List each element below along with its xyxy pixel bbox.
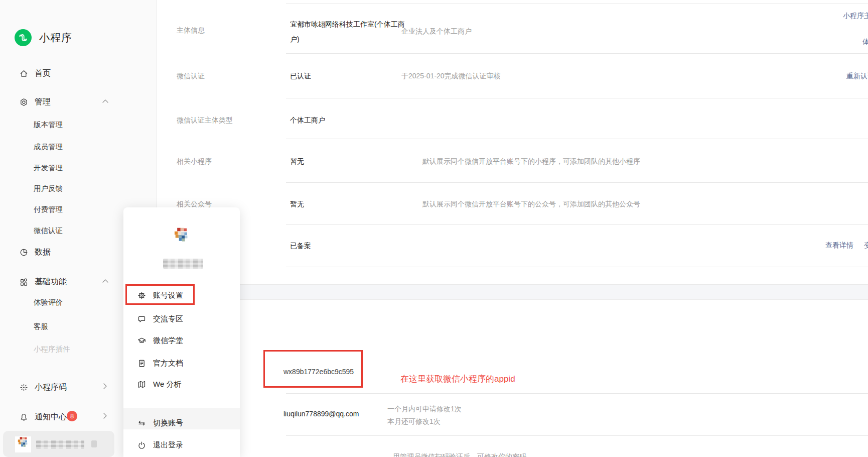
row-divider [286,224,868,225]
value-none-oa: 暂无 [290,200,304,209]
row-divider [286,98,868,98]
appid-highlight-box [263,350,363,388]
menu-item-label: 微信学堂 [153,336,183,346]
brand-title: 小程序 [39,31,72,45]
sidebar-item-experience-rating[interactable]: 体验评价 [34,298,63,307]
appid-annotation: 在这里获取微信小程序的appid [400,373,515,385]
switch-arrows-icon [137,419,146,427]
menu-item-label: 官方文档 [153,359,183,368]
sidebar-item-plugin[interactable]: 小程序插件 [34,345,70,354]
menu-item-forum[interactable]: 交流专区 [137,314,183,324]
value-none-mp: 暂无 [290,157,304,166]
menu-item-academy[interactable]: 微信学堂 [137,335,183,346]
graduation-cap-icon [137,336,146,345]
row-divider [286,139,868,139]
email-modify-note-2: 本月还可修改1次 [387,417,441,426]
account-avatar [171,227,193,249]
grid-icon [20,278,28,286]
sidebar-item-customer-service[interactable]: 客服 [34,322,48,331]
email-modify-note-1: 一个月内可申请修改1次 [387,405,462,414]
sidebar-item-label: 数据 [35,247,51,258]
desc-verify-date: 于2025-01-20完成微信认证审核 [401,72,501,81]
sidebar-item-label: 基础功能 [35,277,67,287]
sidebar-item-dev-manage[interactable]: 开发管理 [34,163,63,172]
menu-item-label: 切换账号 [153,418,183,428]
sidebar-item-label: 小程序码 [35,382,67,393]
avatar [15,436,31,452]
menu-item-label: 退出登录 [153,440,183,450]
blurred-account-name [163,259,203,269]
wechat-miniprogram-console: { "brand": { "title": "小程序" }, "sidebar"… [0,0,868,457]
password-note: 用管理员微信扫码验证后，可修改你的密码 [393,452,526,457]
sidebar-item-basic-functions[interactable]: 基础功能 [20,276,67,287]
miniprogram-code-icon [20,383,28,392]
section-gap [157,284,868,300]
brand: 小程序 [15,29,72,46]
sidebar-item-member-manage[interactable]: 成员管理 [34,142,63,151]
chevron-up-icon [102,279,109,283]
value-subject-name: 宜都市咏翃网络科技工作室(个体工商户) [290,17,411,47]
account-popup-menu: 账号设置 交流专区 微信学堂 官方文档 We 分析 切换账号 退出登录 [123,207,240,457]
chevron-up-icon [102,99,109,103]
menu-item-logout[interactable]: 退出登录 [137,440,183,450]
chevron-right-icon [103,412,107,419]
row-divider [286,53,868,54]
blurred-username [36,440,84,449]
home-icon [20,69,28,78]
sidebar-item-label: 管理 [35,97,51,107]
blurred-badge [91,440,97,447]
sidebar-item-manage[interactable]: 管理 [20,96,51,107]
account-settings-highlight-box [125,284,195,305]
view-detail-link[interactable]: 查看详情 [825,241,853,250]
subject-change-link[interactable]: 小程序主 [843,12,868,21]
label-subject-info: 主体信息 [177,26,205,35]
row-divider [286,393,868,394]
row-divider [286,267,868,267]
row-divider [286,4,868,4]
desc-related-miniprograms: 默认展示同个微信开放平台账号下的小程序，可添加团队的其他小程序 [422,157,640,166]
menu-item-label: 交流专区 [153,314,183,324]
sidebar-item-pay-manage[interactable]: 付费管理 [34,205,63,214]
sidebar-item-label: 首页 [35,68,51,79]
value-individual-business: 个体工商户 [290,116,325,125]
label-verify-subject-type: 微信认证主体类型 [177,116,233,125]
folded-map-icon [137,380,146,389]
value-icp-filed: 已备案 [290,242,311,251]
desc-subject-type: 企业法人及个体工商户 [401,27,472,36]
chat-bubble-icon [137,315,146,323]
row-divider [286,435,868,436]
pie-chart-icon [20,248,28,257]
sidebar-item-user-feedback[interactable]: 用户反馈 [34,184,63,193]
desc-related-officialaccounts: 默认展示同个微信开放平台账号下的公众号，可添加团队的其他公众号 [422,200,640,209]
manage-icon [20,98,28,106]
label-related-miniprograms: 相关小程序 [177,157,212,166]
notification-badge: 8 [67,411,77,421]
document-icon [137,359,146,368]
sidebar-item-data[interactable]: 数据 [20,247,51,258]
label-wechat-verify: 微信认证 [177,72,205,81]
miniprogram-logo-icon [15,29,32,46]
sidebar-user-account[interactable] [3,431,114,457]
menu-item-official-docs[interactable]: 官方文档 [137,358,183,368]
menu-item-label: We 分析 [153,380,181,389]
menu-divider [123,401,240,401]
login-email-value: liuqilun778899@qq.com [283,410,359,418]
sidebar-item-notification-center[interactable]: 通知中心 [20,411,67,422]
reverify-link[interactable]: 重新认证 [846,72,868,81]
sidebar-item-minicode[interactable]: 小程序码 [20,382,67,393]
sidebar-item-home[interactable]: 首页 [20,68,51,79]
change-link[interactable]: 变更 [864,241,868,250]
menu-item-we-analysis[interactable]: We 分析 [137,379,181,389]
sidebar-item-version-manage[interactable]: 版本管理 [34,120,63,129]
bell-icon [20,413,28,421]
value-verified: 已认证 [290,72,311,81]
row-divider [286,182,868,183]
menu-item-switch-account[interactable]: 切换账号 [137,418,183,428]
subject-change-link-line2[interactable]: 体 [862,38,868,47]
power-icon [137,441,146,449]
chevron-right-icon [103,383,107,390]
sidebar-item-label: 通知中心 [35,412,67,422]
sidebar-item-wechat-verify[interactable]: 微信认证 [34,226,63,235]
